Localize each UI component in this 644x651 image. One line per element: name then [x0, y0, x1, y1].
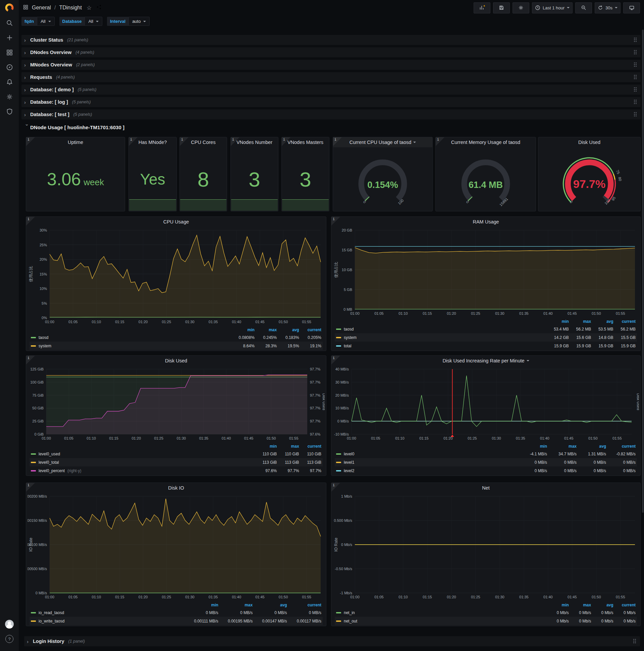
variable-label[interactable]: Database	[59, 17, 85, 26]
row-cluster-status[interactable]: ›Cluster Status(21 panels)	[22, 35, 641, 45]
legend-series-name[interactable]: level0_percent (right-y)	[31, 468, 255, 473]
panel-info-icon[interactable]: i	[331, 356, 340, 365]
row-requests[interactable]: ›Requests(4 panels)	[22, 72, 641, 82]
time-range-picker[interactable]: Last 1 hour	[532, 2, 573, 13]
panel-title[interactable]: Disk Used	[26, 356, 326, 366]
panel-title[interactable]: Current Memory Usage of taosd	[436, 137, 536, 147]
legend-series-name[interactable]: taosd	[336, 327, 546, 332]
variable-value-dropdown[interactable]: All	[37, 17, 54, 26]
page-scrollbar[interactable]	[642, 30, 644, 513]
create-add-icon[interactable]	[0, 30, 19, 45]
dashboard-settings-button[interactable]	[513, 2, 529, 13]
panel-title[interactable]: Disk Used Increasing Rate per Minute	[331, 356, 640, 366]
panel-info-icon[interactable]: i	[333, 137, 342, 146]
refresh-picker[interactable]: 30s	[595, 2, 620, 13]
row-drag-handle[interactable]	[634, 87, 638, 92]
share-icon[interactable]	[96, 4, 102, 11]
legend-header-avg[interactable]: avg	[591, 603, 613, 608]
row-drag-handle[interactable]	[634, 100, 638, 104]
legend-header-current[interactable]: current	[613, 603, 636, 608]
row-login-history[interactable]: ›Login History(1 panel)	[24, 636, 640, 646]
legend-header-min[interactable]: min	[546, 603, 569, 608]
chart-plot-area[interactable]: 0 MB5 GB10 GB15 GB20 GB01:0001:0501:1001…	[333, 227, 639, 318]
explore-compass-icon[interactable]	[0, 60, 19, 74]
chart-plot-area[interactable]: 0 MB/s0.000500 MB/s0.00100 MB/s0.00150 M…	[28, 493, 325, 602]
breadcrumb-title[interactable]: TDinsight	[59, 5, 82, 11]
legend-header-max[interactable]: max	[277, 444, 299, 448]
panel-title[interactable]: Disk IO	[26, 483, 326, 493]
panel-info-icon[interactable]: i	[231, 137, 239, 146]
row-database-log-[interactable]: ›Database: [ log ](5 panels)	[22, 97, 641, 107]
variable-label[interactable]: Interval	[107, 17, 128, 26]
breadcrumb-section[interactable]: General	[32, 5, 51, 11]
row-drag-handle[interactable]	[633, 639, 637, 644]
legend-header-current[interactable]: current	[606, 444, 636, 448]
chart-plot-area[interactable]: -10 MB/s0 MB/s10 MB/s20 MB/s30 MB/s40 MB…	[333, 366, 639, 443]
row-drag-handle[interactable]	[634, 112, 638, 117]
legend-header-avg[interactable]: avg	[577, 444, 606, 448]
legend-series-name[interactable]: net_out	[336, 619, 546, 623]
row-dnode-usage[interactable]: ›DNode Usage [ huolinhe-TM1701:6030 ]	[22, 122, 641, 132]
row-drag-handle[interactable]	[634, 62, 638, 67]
legend-series-name[interactable]: total	[336, 344, 546, 348]
refresh-icon[interactable]	[598, 5, 603, 10]
row-drag-handle[interactable]	[634, 38, 638, 42]
variable-value-dropdown[interactable]: All	[85, 17, 102, 26]
legend-header-current[interactable]: current	[299, 444, 321, 448]
panel-info-icon[interactable]: i	[129, 137, 137, 146]
chart-plot-area[interactable]: -1 Mb/s-0.50 Mb/s0 Mb/s0.500 Mb/s1 Mb/s0…	[333, 493, 639, 602]
legend-series-name[interactable]: system	[336, 335, 546, 340]
legend-header-max[interactable]: max	[218, 603, 253, 608]
profile-avatar[interactable]	[0, 617, 19, 631]
legend-header-min[interactable]: min	[518, 444, 547, 448]
legend-header-max[interactable]: max	[547, 444, 577, 448]
legend-header-avg[interactable]: avg	[591, 319, 613, 324]
legend-header-max[interactable]: max	[255, 328, 277, 332]
legend-header-current[interactable]: current	[287, 603, 321, 608]
search-icon[interactable]	[0, 16, 19, 30]
legend-header-max[interactable]: max	[569, 319, 591, 324]
row-drag-handle[interactable]	[634, 75, 638, 80]
panel-info-icon[interactable]: i	[436, 137, 444, 146]
row-mnodes-overview[interactable]: ›MNodes Overview(2 panels)	[22, 60, 641, 70]
panel-info-icon[interactable]: i	[26, 217, 35, 225]
legend-header-min[interactable]: min	[546, 319, 569, 324]
panel-info-icon[interactable]: i	[282, 137, 290, 146]
panel-info-icon[interactable]: i	[26, 483, 35, 492]
save-dashboard-button[interactable]	[493, 2, 510, 13]
panel-title[interactable]: CPU Usage	[26, 217, 326, 227]
legend-series-name[interactable]: io_read_taosd	[31, 610, 184, 615]
legend-header-min[interactable]: min	[255, 444, 277, 448]
legend-series-name[interactable]: level0	[336, 452, 518, 456]
row-database-demo-[interactable]: ›Database: [ demo ](5 panels)	[22, 85, 641, 95]
legend-series-name[interactable]: level0_total	[31, 460, 255, 465]
cycle-view-mode-button[interactable]	[623, 2, 640, 13]
variable-value-dropdown[interactable]: auto	[128, 17, 150, 26]
row-dnodes-overview[interactable]: ›DNodes Overview(4 panels)	[22, 47, 641, 57]
row-drag-handle[interactable]	[634, 50, 638, 55]
panel-info-icon[interactable]: i	[331, 483, 340, 492]
zoom-out-time-button[interactable]	[575, 2, 592, 13]
help-icon[interactable]: ?	[0, 631, 19, 646]
panel-title[interactable]: Net	[331, 483, 640, 493]
server-admin-shield-icon[interactable]	[0, 104, 19, 119]
add-panel-button[interactable]	[474, 2, 490, 13]
legend-series-name[interactable]: level1	[336, 460, 518, 465]
panel-title[interactable]: Current CPU Usage of taosd	[333, 137, 432, 147]
legend-header-avg[interactable]: avg	[277, 328, 299, 332]
panel-info-icon[interactable]: i	[26, 356, 35, 365]
panel-info-icon[interactable]: i	[331, 217, 340, 225]
legend-header-current[interactable]: current	[299, 328, 321, 332]
panel-title[interactable]: RAM Usage	[331, 217, 640, 227]
legend-header-current[interactable]: current	[613, 319, 636, 324]
star-icon[interactable]: ☆	[87, 4, 92, 11]
alerting-bell-icon[interactable]	[0, 74, 19, 89]
legend-series-name[interactable]: level2	[336, 468, 518, 473]
panel-info-icon[interactable]: i	[180, 137, 189, 146]
row-database-test-[interactable]: ›Database: [ test ](5 panels)	[22, 110, 641, 120]
legend-series-name[interactable]: taosd	[31, 335, 232, 340]
chart-plot-area[interactable]: 0 GiB97.6%25 GiB97.7%50 GiB97.7%75 GiB97…	[28, 366, 325, 443]
panel-info-icon[interactable]: i	[26, 137, 35, 146]
variable-label[interactable]: fqdn	[22, 17, 37, 26]
legend-series-name[interactable]: net_in	[336, 610, 546, 615]
